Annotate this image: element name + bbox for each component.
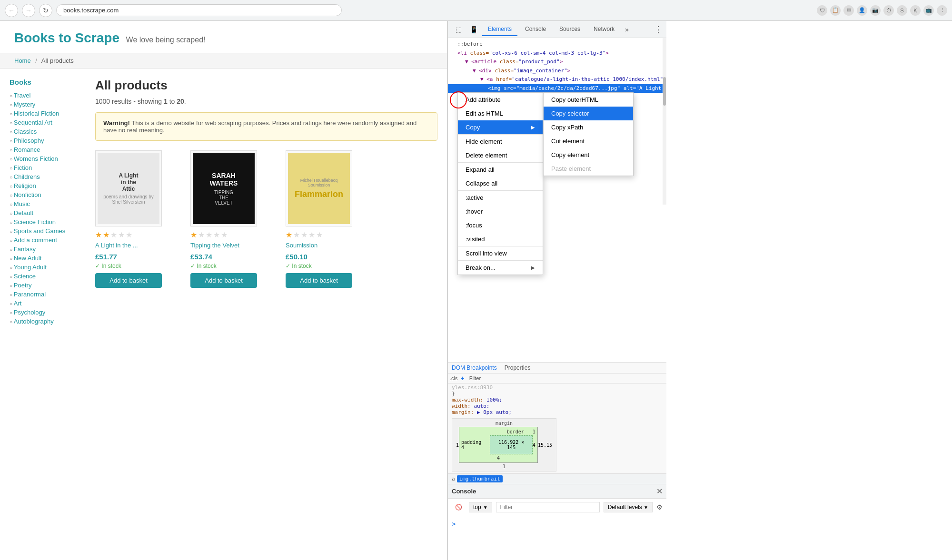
category-link[interactable]: Paranormal	[14, 291, 46, 298]
category-link[interactable]: Default	[14, 209, 33, 216]
sidebar-item[interactable]: Mystery	[10, 100, 88, 109]
category-link[interactable]: Fantasy	[14, 246, 36, 253]
sidebar-item[interactable]: Childrens	[10, 172, 88, 181]
tree-line[interactable]: ▼ <div class="image_container">	[448, 67, 666, 76]
tree-line[interactable]: ▼ <div class="price">...</div>	[448, 102, 666, 111]
sidebar-item[interactable]: Art	[10, 299, 88, 308]
tab-sources[interactable]: Sources	[554, 23, 586, 36]
category-link[interactable]: Romance	[14, 146, 40, 153]
tab-network[interactable]: Network	[588, 23, 620, 36]
inspect-button[interactable]: ⬚	[452, 23, 465, 36]
reload-button[interactable]: ↻	[39, 4, 52, 17]
category-link[interactable]: Add a comment	[14, 236, 57, 244]
sidebar-item[interactable]: Fantasy	[10, 245, 88, 254]
category-link[interactable]: Young Adult	[14, 264, 47, 271]
console-levels-selector[interactable]: Default levels ▼	[604, 502, 653, 512]
add-to-basket-button[interactable]: Add to basket	[190, 273, 257, 288]
sidebar-item[interactable]: Romance	[10, 145, 88, 154]
tab-properties[interactable]: Properties	[505, 364, 531, 371]
devtools-tree[interactable]: ::before <li class="col-xs-6 col-sm-4 co…	[448, 38, 666, 362]
add-to-basket-button[interactable]: Add to basket	[95, 273, 162, 288]
console-tab-label: Console	[452, 488, 476, 495]
console-clear-button[interactable]: 🚫	[452, 501, 465, 514]
category-link[interactable]: Womens Fiction	[14, 155, 58, 162]
category-link[interactable]: Music	[14, 200, 30, 207]
category-link[interactable]: Poetry	[14, 282, 32, 289]
category-link[interactable]: Science	[14, 273, 36, 280]
sidebar-item[interactable]: Autobiography	[10, 317, 88, 326]
sidebar-item[interactable]: Science Fiction	[10, 217, 88, 226]
sidebar-item[interactable]: Music	[10, 199, 88, 208]
sidebar-item[interactable]: Historical Fiction	[10, 109, 88, 118]
sidebar-item[interactable]: Fiction	[10, 163, 88, 172]
sidebar-item[interactable]: Religion	[10, 181, 88, 190]
category-link[interactable]: Science Fiction	[14, 218, 56, 226]
category-link[interactable]: Classics	[14, 128, 37, 135]
breadcrumb-a[interactable]: a	[452, 476, 455, 482]
category-link[interactable]: Psychology	[14, 309, 45, 316]
book-title-link[interactable]: Soumission	[286, 242, 371, 249]
sidebar-item[interactable]: Paranormal	[10, 290, 88, 299]
category-link[interactable]: Childrens	[14, 173, 40, 180]
tree-line[interactable]: ::before	[448, 40, 666, 49]
category-link[interactable]: Philosophy	[14, 137, 44, 144]
sidebar-item[interactable]: Travel	[10, 91, 88, 100]
category-link[interactable]: Fiction	[14, 164, 32, 171]
star-rating: ★★★★★	[286, 230, 371, 239]
tab-console[interactable]: Console	[519, 23, 552, 36]
sidebar-item[interactable]: Sequential Art	[10, 118, 88, 127]
back-button[interactable]: ←	[5, 4, 18, 17]
devtools-menu[interactable]: ⋮	[654, 24, 663, 35]
book-title-link[interactable]: Tipping the Velvet	[190, 242, 276, 249]
tree-line[interactable]: <li class="col-xs-6 col-sm-4 col-md-3 co…	[448, 49, 666, 58]
sidebar-item[interactable]: Psychology	[10, 308, 88, 317]
sidebar-item[interactable]: Young Adult	[10, 263, 88, 272]
sidebar-item[interactable]: Womens Fiction	[10, 154, 88, 163]
console-prompt-icon[interactable]: >	[452, 520, 456, 528]
breadcrumb-home[interactable]: Home	[14, 57, 31, 64]
add-style-button[interactable]: +	[461, 374, 465, 382]
category-link[interactable]: Mystery	[14, 101, 36, 108]
more-tabs[interactable]: »	[622, 26, 632, 33]
tree-line[interactable]: ▼ <article class="product_pod">	[448, 58, 666, 67]
breadcrumb-img[interactable]: img.thumbnail	[457, 475, 503, 482]
book-title-link[interactable]: A Light in the ...	[95, 242, 181, 249]
tree-line-selected[interactable]: <img src="media/cache/2c/da/2cdad67...jp…	[448, 84, 666, 93]
sidebar-item[interactable]: Classics	[10, 127, 88, 136]
console-filter-input[interactable]	[496, 502, 600, 512]
category-link[interactable]: Travel	[14, 92, 31, 99]
tab-dom-breakpoints[interactable]: DOM Breakpoints	[452, 364, 497, 371]
forward-button[interactable]: →	[22, 4, 35, 17]
console-close-button[interactable]: ✕	[656, 487, 663, 496]
tab-elements[interactable]: Elements	[482, 23, 517, 36]
devtools-scrollbar[interactable]	[663, 38, 666, 205]
sidebar-item[interactable]: Sports and Games	[10, 226, 88, 236]
category-link[interactable]: Autobiography	[14, 318, 54, 325]
book-price: £50.10	[286, 253, 371, 261]
console-settings-icon[interactable]: ⚙	[656, 503, 663, 511]
device-button[interactable]: 📱	[467, 23, 480, 36]
sidebar-item[interactable]: Default	[10, 208, 88, 217]
console-context-selector[interactable]: top ▼	[469, 502, 492, 512]
add-to-basket-button[interactable]: Add to basket	[286, 273, 352, 288]
tree-line[interactable]: ▼ <p class="...">...</p>	[448, 93, 666, 102]
sidebar-item[interactable]: Science	[10, 272, 88, 281]
sidebar-item[interactable]: Nonfiction	[10, 190, 88, 199]
sidebar-item[interactable]: Poetry	[10, 281, 88, 290]
dimensions-text: 116.922 × 145	[498, 440, 524, 450]
product-image: A Lightin theAtticpoems and drawings by …	[95, 150, 162, 226]
category-link[interactable]: Religion	[14, 182, 36, 189]
address-bar[interactable]: books.toscrape.com	[56, 4, 342, 16]
category-link[interactable]: Art	[14, 300, 22, 307]
sidebar-item[interactable]: New Adult	[10, 254, 88, 263]
category-link[interactable]: New Adult	[14, 255, 42, 262]
product-image: Michel Houellebecq SoumissionFlammarion	[286, 150, 352, 226]
menu-button[interactable]: ⋮	[937, 5, 947, 16]
category-link[interactable]: Historical Fiction	[14, 110, 59, 117]
sidebar-item[interactable]: Philosophy	[10, 136, 88, 145]
category-link[interactable]: Sequential Art	[14, 119, 52, 126]
sidebar-item[interactable]: Add a comment	[10, 236, 88, 245]
tree-line[interactable]: ▼ <a href="catalogue/a-light-in-the-atti…	[448, 75, 666, 84]
category-link[interactable]: Sports and Games	[14, 227, 65, 235]
category-link[interactable]: Nonfiction	[14, 191, 41, 198]
